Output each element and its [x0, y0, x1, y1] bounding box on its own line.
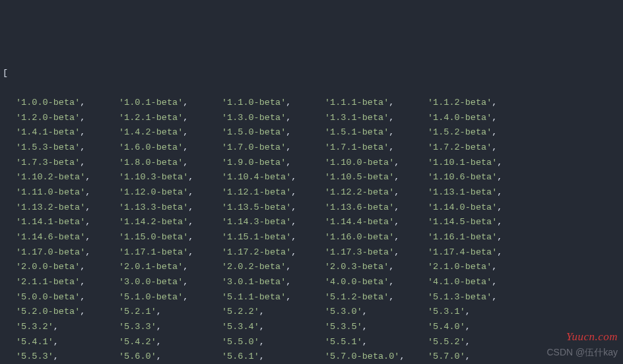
version-item: '1.16.0-beta', — [325, 230, 428, 245]
version-item: '1.7.1-beta', — [325, 140, 428, 156]
version-row: '1.14.6-beta','1.15.0-beta','1.15.1-beta… — [0, 230, 623, 245]
version-list: '1.0.0-beta','1.0.1-beta','1.1.0-beta','… — [0, 96, 623, 364]
version-item: '5.4.1', — [16, 335, 119, 350]
version-item: '5.1.3-beta', — [428, 290, 497, 305]
version-item: '1.10.0-beta', — [325, 156, 428, 171]
version-row: '5.2.0-beta','5.2.1','5.2.2','5.3.0','5.… — [0, 305, 623, 320]
version-item: '5.5.2', — [428, 335, 471, 350]
version-item: '3.0.0-beta', — [119, 275, 222, 290]
version-item: '1.4.2-beta', — [119, 125, 222, 140]
version-item: '1.14.1-beta', — [16, 215, 119, 230]
version-item: '1.1.1-beta', — [325, 96, 428, 111]
version-item: '1.14.5-beta', — [428, 215, 502, 230]
version-item: '5.3.4', — [222, 320, 325, 335]
version-item: '1.3.1-beta', — [325, 111, 428, 126]
version-item: '2.0.3-beta', — [325, 260, 428, 275]
version-item: '1.12.0-beta', — [119, 185, 222, 200]
version-item: '5.3.0', — [325, 305, 428, 320]
version-item: '5.4.2', — [119, 335, 222, 350]
version-item: '1.0.1-beta', — [119, 96, 222, 111]
version-item: '1.7.0-beta', — [222, 140, 325, 156]
version-item: '5.2.2', — [222, 305, 325, 320]
version-item: '1.5.1-beta', — [325, 125, 428, 140]
version-row: '5.5.3','5.6.0','5.6.1','5.7.0-beta.0','… — [0, 349, 623, 364]
version-item: '5.3.2', — [16, 320, 119, 335]
version-item: '1.13.5-beta', — [222, 200, 325, 216]
version-item: '1.10.1-beta', — [428, 156, 502, 171]
version-row: '5.0.0-beta','5.1.0-beta','5.1.1-beta','… — [0, 290, 623, 305]
version-item: '5.4.0', — [428, 320, 471, 335]
version-row: '1.5.3-beta','1.6.0-beta','1.7.0-beta','… — [0, 140, 623, 156]
version-item: '5.2.0-beta', — [16, 305, 119, 320]
version-row: '1.7.3-beta','1.8.0-beta','1.9.0-beta','… — [0, 156, 623, 171]
version-item: '1.5.3-beta', — [16, 140, 119, 156]
version-row: '1.4.1-beta','1.4.2-beta','1.5.0-beta','… — [0, 125, 623, 140]
version-item: '5.7.0-beta.0', — [325, 349, 428, 364]
version-item: '5.1.1-beta', — [222, 290, 325, 305]
version-item: '2.0.2-beta', — [222, 260, 325, 275]
version-row: '1.10.2-beta','1.10.3-beta','1.10.4-beta… — [0, 170, 623, 185]
version-row: '1.11.0-beta','1.12.0-beta','1.12.1-beta… — [0, 185, 623, 200]
version-item: '1.15.0-beta', — [119, 230, 222, 245]
version-row: '5.3.2','5.3.3','5.3.4','5.3.5','5.4.0', — [0, 320, 623, 335]
version-item: '1.13.6-beta', — [325, 200, 428, 216]
version-item: '1.10.2-beta', — [16, 170, 119, 185]
version-item: '1.13.1-beta', — [428, 185, 502, 200]
version-item: '5.6.1', — [222, 349, 325, 364]
version-item: '1.1.2-beta', — [428, 96, 497, 111]
version-item: '1.5.2-beta', — [428, 125, 497, 140]
version-item: '1.10.6-beta', — [428, 170, 502, 185]
version-row: '1.17.0-beta','1.17.1-beta','1.17.2-beta… — [0, 245, 623, 260]
version-item: '1.0.0-beta', — [16, 96, 119, 111]
version-row: '2.0.0-beta','2.0.1-beta','2.0.2-beta','… — [0, 260, 623, 275]
version-item: '1.17.2-beta', — [222, 245, 325, 260]
version-item: '1.17.0-beta', — [16, 245, 119, 260]
version-item: '1.3.0-beta', — [222, 111, 325, 126]
version-item: '1.7.3-beta', — [16, 156, 119, 171]
version-item: '5.6.0', — [119, 349, 222, 364]
version-item: '1.1.0-beta', — [222, 96, 325, 111]
version-item: '5.3.5', — [325, 320, 428, 335]
version-item: '1.4.1-beta', — [16, 125, 119, 140]
version-item: '2.1.0-beta', — [428, 260, 497, 275]
version-item: '1.15.1-beta', — [222, 230, 325, 245]
version-item: '1.14.3-beta', — [222, 215, 325, 230]
version-item: '1.17.1-beta', — [119, 245, 222, 260]
version-item: '1.10.5-beta', — [325, 170, 428, 185]
version-item: '5.1.2-beta', — [325, 290, 428, 305]
version-item: '1.14.0-beta', — [428, 200, 502, 216]
version-item: '5.3.3', — [119, 320, 222, 335]
watermark-csdn: CSDN @伍什kay — [546, 345, 618, 361]
version-item: '5.5.0', — [222, 335, 325, 350]
version-item: '1.6.0-beta', — [119, 140, 222, 156]
version-item: '5.1.0-beta', — [119, 290, 222, 305]
version-item: '1.10.3-beta', — [119, 170, 222, 185]
version-item: '1.7.2-beta', — [428, 140, 497, 156]
version-item: '1.13.2-beta', — [16, 200, 119, 216]
version-item: '1.8.0-beta', — [119, 156, 222, 171]
version-item: '1.2.0-beta', — [16, 111, 119, 126]
version-row: '2.1.1-beta','3.0.0-beta','3.0.1-beta','… — [0, 275, 623, 290]
version-item: '1.13.3-beta', — [119, 200, 222, 216]
version-item: '1.14.4-beta', — [325, 215, 428, 230]
version-item: '5.5.3', — [16, 349, 119, 364]
version-item: '1.12.1-beta', — [222, 185, 325, 200]
version-item: '1.4.0-beta', — [428, 111, 497, 126]
version-item: '5.7.0', — [428, 349, 471, 364]
version-row: '1.0.0-beta','1.0.1-beta','1.1.0-beta','… — [0, 96, 623, 111]
version-item: '1.11.0-beta', — [16, 185, 119, 200]
version-item: '4.1.0-beta', — [428, 275, 497, 290]
version-item: '1.16.1-beta', — [428, 230, 502, 245]
array-open-bracket: [ — [0, 66, 623, 81]
watermark-site: Yuucn.com — [566, 328, 618, 347]
version-row: '1.13.2-beta','1.13.3-beta','1.13.5-beta… — [0, 200, 623, 216]
version-item: '1.12.2-beta', — [325, 185, 428, 200]
version-item: '2.0.0-beta', — [16, 260, 119, 275]
version-item: '4.0.0-beta', — [325, 275, 428, 290]
version-item: '5.2.1', — [119, 305, 222, 320]
version-item: '1.14.2-beta', — [119, 215, 222, 230]
version-row: '1.2.0-beta','1.2.1-beta','1.3.0-beta','… — [0, 111, 623, 126]
version-item: '3.0.1-beta', — [222, 275, 325, 290]
version-item: '1.17.3-beta', — [325, 245, 428, 260]
version-item: '5.5.1', — [325, 335, 428, 350]
